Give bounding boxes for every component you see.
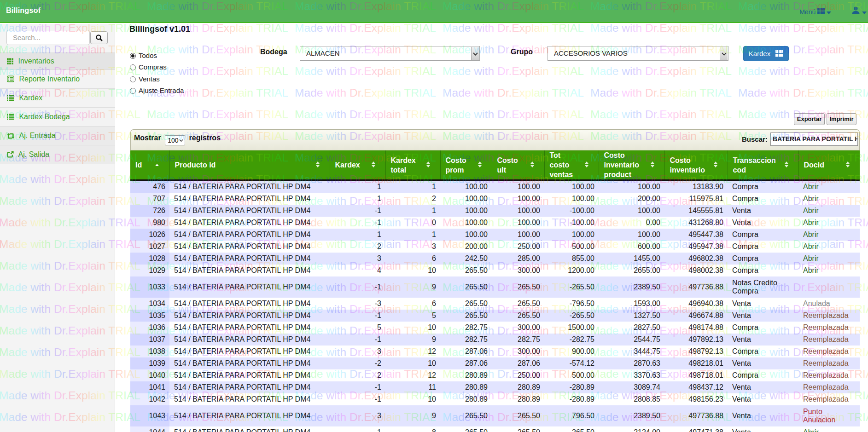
svg-text:Made with Dr.Explain TRIALMade: Made with Dr.Explain TRIALMade with Dr.E… bbox=[0, 108, 868, 121]
